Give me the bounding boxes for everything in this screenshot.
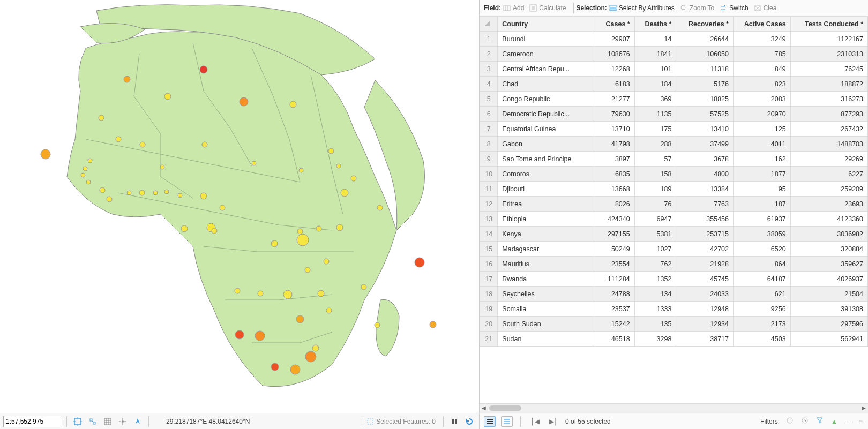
toolbar-icon-extent[interactable] xyxy=(71,416,84,427)
first-record-button[interactable]: │◀ xyxy=(528,418,542,425)
cell-tests[interactable]: 4123360 xyxy=(790,212,867,227)
table-row[interactable]: 3Central African Repu...1226810111318849… xyxy=(480,62,868,77)
table-row[interactable]: 11Djibouti136681891338495259209 xyxy=(480,182,868,197)
cell-recoveries[interactable]: 7763 xyxy=(676,197,734,212)
cell-country[interactable]: Kenya xyxy=(498,227,593,242)
cell-active[interactable]: 4503 xyxy=(734,332,791,347)
cell-cases[interactable]: 111284 xyxy=(593,272,634,287)
cell-cases[interactable]: 23554 xyxy=(593,257,634,272)
collapse-icon[interactable]: — xyxy=(844,418,852,425)
map-data-bubble[interactable] xyxy=(99,115,104,121)
cell-country[interactable]: Central African Repu... xyxy=(498,62,593,77)
cell-country[interactable]: Djibouti xyxy=(498,182,593,197)
map-data-bubble[interactable] xyxy=(336,164,341,168)
row-number[interactable]: 13 xyxy=(480,212,498,227)
table-row[interactable]: 19Somalia235371333129489256391308 xyxy=(480,302,868,317)
cell-cases[interactable]: 13710 xyxy=(593,122,634,137)
map-data-bubble[interactable] xyxy=(153,191,158,195)
map-data-bubble[interactable] xyxy=(296,315,304,323)
cell-cases[interactable]: 12268 xyxy=(593,62,634,77)
cell-active[interactable]: 38059 xyxy=(734,227,791,242)
map-data-bubble[interactable] xyxy=(139,190,145,195)
map-data-bubble[interactable] xyxy=(116,137,121,142)
cell-recoveries[interactable]: 253715 xyxy=(676,227,734,242)
next-record-button[interactable]: ▶│ xyxy=(547,418,560,425)
col-cases[interactable]: Cases * xyxy=(593,17,634,32)
cell-country[interactable]: Burundi xyxy=(498,32,593,47)
menu-icon[interactable]: ≡ xyxy=(858,418,864,425)
cell-recoveries[interactable]: 355456 xyxy=(676,212,734,227)
map-data-bubble[interactable] xyxy=(220,205,225,210)
map-data-bubble[interactable] xyxy=(235,330,244,339)
table-row[interactable]: 10Comoros6835158480018776227 xyxy=(480,167,868,182)
cell-deaths[interactable]: 288 xyxy=(634,137,676,152)
row-number[interactable]: 11 xyxy=(480,182,498,197)
map-data-bubble[interactable] xyxy=(41,149,50,159)
table-row[interactable]: 18Seychelles247881342403362121504 xyxy=(480,287,868,302)
table-row[interactable]: 17Rwanda111284135245745641874026937 xyxy=(480,272,868,287)
row-header-blank[interactable] xyxy=(480,17,498,32)
toolbar-icon-fixed-zoom[interactable] xyxy=(86,416,99,427)
col-recoveries[interactable]: Recoveries * xyxy=(676,17,734,32)
row-number[interactable]: 8 xyxy=(480,137,498,152)
cell-deaths[interactable]: 3298 xyxy=(634,332,676,347)
cell-active[interactable]: 187 xyxy=(734,197,791,212)
map-data-bubble[interactable] xyxy=(235,288,240,293)
cell-recoveries[interactable]: 57525 xyxy=(676,107,734,122)
row-number[interactable]: 20 xyxy=(480,317,498,332)
row-number[interactable]: 15 xyxy=(480,242,498,257)
cell-country[interactable]: Somalia xyxy=(498,302,593,317)
col-active[interactable]: Active Cases xyxy=(734,17,791,32)
cell-cases[interactable]: 50249 xyxy=(593,242,634,257)
map-data-bubble[interactable] xyxy=(297,229,303,234)
cell-recoveries[interactable]: 12934 xyxy=(676,317,734,332)
map-data-bubble[interactable] xyxy=(258,291,263,296)
cell-cases[interactable]: 15242 xyxy=(593,317,634,332)
cell-cases[interactable]: 79630 xyxy=(593,107,634,122)
toolbar-icon-grid[interactable] xyxy=(101,416,114,427)
map-data-bubble[interactable] xyxy=(181,225,188,232)
map-data-bubble[interactable] xyxy=(305,351,316,362)
cell-deaths[interactable]: 1352 xyxy=(634,272,676,287)
cell-tests[interactable]: 23693 xyxy=(790,197,867,212)
map-data-bubble[interactable] xyxy=(164,190,169,194)
row-number[interactable]: 12 xyxy=(480,197,498,212)
cell-recoveries[interactable]: 38717 xyxy=(676,332,734,347)
cell-deaths[interactable]: 189 xyxy=(634,182,676,197)
cell-tests[interactable]: 2310313 xyxy=(790,47,867,62)
cell-active[interactable]: 3249 xyxy=(734,32,791,47)
table-row[interactable]: 14Kenya2971555381253715380593036982 xyxy=(480,227,868,242)
map-data-bubble[interactable] xyxy=(375,322,380,328)
table-row[interactable]: 6Democratic Republic...79630113557525209… xyxy=(480,107,868,122)
cell-cases[interactable]: 24788 xyxy=(593,287,634,302)
table-row[interactable]: 20South Sudan15242135129342173297596 xyxy=(480,317,868,332)
table-row[interactable]: 5Congo Republic21277369188252083316273 xyxy=(480,92,868,107)
cell-active[interactable]: 864 xyxy=(734,257,791,272)
cell-deaths[interactable]: 5381 xyxy=(634,227,676,242)
map-data-bubble[interactable] xyxy=(255,331,265,341)
cell-country[interactable]: Eritrea xyxy=(498,197,593,212)
map-data-bubble[interactable] xyxy=(290,101,296,108)
cell-deaths[interactable]: 1027 xyxy=(634,242,676,257)
toolbar-icon-snapping[interactable] xyxy=(116,416,129,427)
cell-recoveries[interactable]: 37499 xyxy=(676,137,734,152)
row-number[interactable]: 5 xyxy=(480,92,498,107)
cell-active[interactable]: 4011 xyxy=(734,137,791,152)
row-number[interactable]: 4 xyxy=(480,77,498,92)
row-number[interactable]: 3 xyxy=(480,62,498,77)
cell-recoveries[interactable]: 3678 xyxy=(676,152,734,167)
row-number[interactable]: 10 xyxy=(480,167,498,182)
cell-cases[interactable]: 108676 xyxy=(593,47,634,62)
map-data-bubble[interactable] xyxy=(336,224,343,231)
cell-active[interactable]: 95 xyxy=(734,182,791,197)
cell-deaths[interactable]: 184 xyxy=(634,77,676,92)
show-selected-records-button[interactable] xyxy=(501,416,513,427)
map-data-bubble[interactable] xyxy=(351,176,356,181)
cell-tests[interactable]: 267432 xyxy=(790,122,867,137)
map-data-bubble[interactable] xyxy=(305,267,310,273)
row-number[interactable]: 6 xyxy=(480,107,498,122)
table-row[interactable]: 1Burundi29907142664432491122167 xyxy=(480,32,868,47)
map-data-bubble[interactable] xyxy=(160,165,164,169)
cell-tests[interactable]: 3036982 xyxy=(790,227,867,242)
table-row[interactable]: 9Sao Tome and Principe389757367816229269 xyxy=(480,152,868,167)
